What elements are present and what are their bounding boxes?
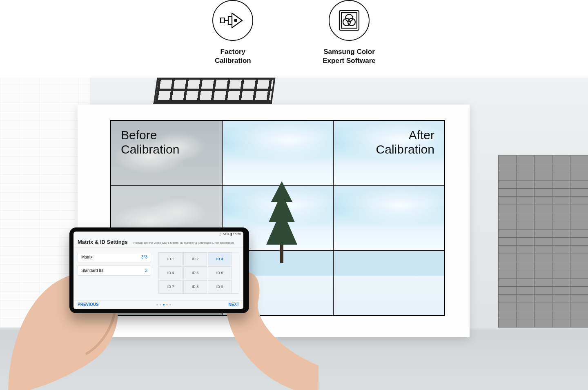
id-cell-1[interactable]: ID 1 <box>159 252 183 265</box>
app-subtitle: Please set the video wall's Matrix, ID n… <box>134 241 235 245</box>
before-calibration-caption: Before Calibration <box>121 128 179 156</box>
standard-id-field-value: 3 <box>145 268 147 273</box>
matrix-field[interactable]: Matrix 3*3 <box>78 252 151 262</box>
calibration-scene: Before Calibration After Calibration <box>0 78 588 390</box>
panel-1-1: Before Calibration <box>111 121 222 185</box>
id-cell-4[interactable]: ID 4 <box>159 266 183 279</box>
panel-1-2 <box>223 121 333 185</box>
id-cell-5[interactable]: ID 5 <box>183 266 207 279</box>
id-cell-6[interactable]: ID 6 <box>208 266 232 279</box>
id-cell-8[interactable]: ID 8 <box>183 280 207 293</box>
id-cell-3[interactable]: ID 3 <box>208 252 232 265</box>
matrix-field-label: Matrix <box>81 255 92 259</box>
standard-id-field[interactable]: Standard ID 3 <box>78 265 151 276</box>
app-header: Matrix & ID Settings Please set the vide… <box>74 238 243 248</box>
factory-calibration-label: Factory Calibration <box>215 47 251 65</box>
dot-5 <box>169 304 171 305</box>
phone-mockup: ⋮ 64% ▮ 15:29 Matrix & ID Settings Pleas… <box>69 227 249 313</box>
factory-calibration-block: Factory Calibration <box>212 0 253 65</box>
wall-brick-right <box>498 155 588 328</box>
dot-4 <box>166 304 168 305</box>
id-grid: ID 1 ID 2 ID 3 ID 4 ID 5 ID 6 ID 7 ID 8 … <box>158 252 239 294</box>
previous-button[interactable]: PREVIOUS <box>78 302 99 307</box>
id-cell-7[interactable]: ID 7 <box>159 280 183 293</box>
dot-3 <box>163 304 165 305</box>
dot-2 <box>160 304 161 305</box>
svg-rect-0 <box>220 18 225 23</box>
matrix-field-value: 3*3 <box>141 255 147 259</box>
panel-3-3 <box>334 251 444 315</box>
svg-rect-5 <box>339 11 359 30</box>
svg-rect-2 <box>228 16 232 25</box>
page-indicator <box>156 304 171 305</box>
id-cell-2[interactable]: ID 2 <box>183 252 207 265</box>
color-expert-label: Samsung Color Expert Software <box>323 47 375 65</box>
color-expert-block: Samsung Color Expert Software <box>323 0 375 65</box>
app-title: Matrix & ID Settings <box>78 239 128 245</box>
panel-2-3 <box>334 186 444 250</box>
color-expert-icon <box>329 0 370 41</box>
phone-statusbar: ⋮ 64% ▮ 15:29 <box>74 232 243 238</box>
factory-calibration-icon <box>212 0 253 41</box>
dot-1 <box>156 304 158 305</box>
next-button[interactable]: NEXT <box>228 302 239 307</box>
feature-icon-row: Factory Calibration Samsung Color Expert… <box>0 0 588 78</box>
after-calibration-caption: After Calibration <box>376 128 434 156</box>
ceiling-skylight <box>153 78 275 104</box>
id-cell-9[interactable]: ID 9 <box>208 280 232 293</box>
phone-screen: ⋮ 64% ▮ 15:29 Matrix & ID Settings Pleas… <box>74 232 243 309</box>
svg-point-4 <box>234 19 237 22</box>
panel-1-3: After Calibration <box>334 121 444 185</box>
standard-id-field-label: Standard ID <box>81 268 103 273</box>
